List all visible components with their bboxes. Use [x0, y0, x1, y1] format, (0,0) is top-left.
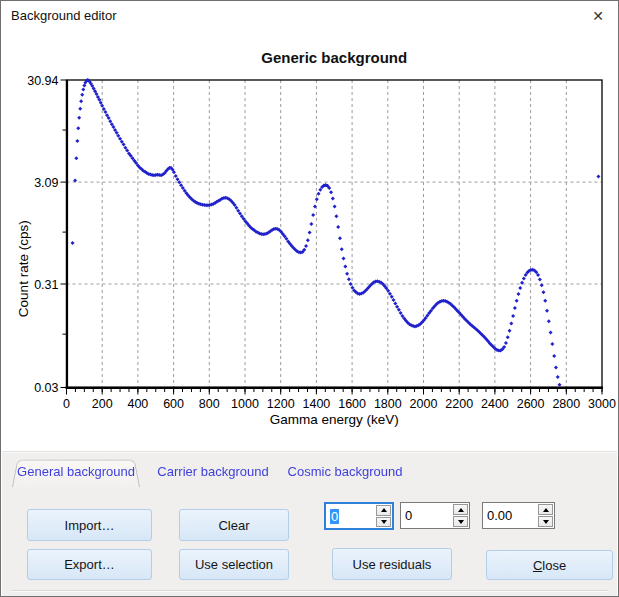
spinbox-2-down-arrow-icon[interactable] — [453, 516, 468, 527]
svg-text:1800: 1800 — [374, 397, 402, 411]
svg-text:2200: 2200 — [445, 397, 473, 411]
close-window-icon[interactable]: ✕ — [589, 7, 607, 25]
spinbox-2-arrows — [452, 503, 469, 528]
background-editor-window: Background editor ✕ 02004006008001000120… — [0, 0, 619, 597]
close-button-mnemonic: C — [533, 558, 542, 573]
svg-text:Gamma energy (keV): Gamma energy (keV) — [270, 412, 399, 427]
tab-general-background[interactable]: General background — [14, 464, 138, 482]
svg-text:1000: 1000 — [231, 397, 259, 411]
generic-background-spectrum-chart[interactable]: 0200400600800100012001400160018002000220… — [1, 31, 619, 451]
spinbox-3[interactable]: 0.00 — [482, 502, 555, 529]
spinbox-3-arrows — [537, 503, 554, 528]
clear-button[interactable]: Clear — [179, 509, 289, 541]
svg-text:2800: 2800 — [552, 397, 580, 411]
spinbox-1[interactable]: 0 — [324, 502, 394, 530]
svg-text:3000: 3000 — [588, 397, 616, 411]
svg-text:0.31: 0.31 — [34, 278, 58, 292]
svg-text:Generic background: Generic background — [261, 49, 407, 66]
tab-carrier-background[interactable]: Carrier background — [154, 464, 272, 482]
spinbox-2[interactable]: 0 — [400, 502, 470, 529]
svg-text:2600: 2600 — [517, 397, 545, 411]
svg-text:600: 600 — [163, 397, 184, 411]
use-residuals-button[interactable]: Use residuals — [332, 548, 452, 580]
svg-text:Count rate (cps): Count rate (cps) — [16, 220, 31, 317]
svg-text:2000: 2000 — [410, 397, 438, 411]
tab-panel: General background Carrier background Co… — [2, 451, 617, 597]
spinbox-1-down-arrow-icon[interactable] — [376, 517, 391, 528]
tab-page-bottom-edge — [11, 590, 608, 591]
title-bar: Background editor ✕ — [1, 1, 618, 31]
svg-text:200: 200 — [92, 397, 113, 411]
svg-text:3.09: 3.09 — [34, 176, 58, 190]
svg-text:0.03: 0.03 — [34, 381, 58, 395]
window-title: Background editor — [11, 8, 117, 23]
spinbox-1-arrows — [375, 504, 392, 528]
export-button[interactable]: Export… — [27, 549, 152, 580]
svg-text:1200: 1200 — [267, 397, 295, 411]
svg-text:1600: 1600 — [338, 397, 366, 411]
svg-text:800: 800 — [199, 397, 220, 411]
close-button[interactable]: Close — [486, 550, 613, 580]
svg-text:400: 400 — [127, 397, 148, 411]
spinbox-3-input[interactable]: 0.00 — [483, 503, 537, 528]
spinbox-2-up-arrow-icon[interactable] — [453, 504, 468, 515]
spinbox-1-input[interactable]: 0 — [326, 504, 375, 528]
import-button[interactable]: Import… — [27, 509, 152, 541]
chart-region: 0200400600800100012001400160018002000220… — [1, 31, 619, 451]
spinbox-3-down-arrow-icon[interactable] — [538, 516, 553, 527]
spinbox-3-up-arrow-icon[interactable] — [538, 504, 553, 515]
close-button-label-rest: lose — [542, 558, 566, 573]
spinbox-1-value: 0 — [330, 509, 339, 524]
svg-text:0: 0 — [63, 397, 70, 411]
tab-cosmic-background[interactable]: Cosmic background — [286, 464, 404, 482]
svg-text:30.94: 30.94 — [27, 74, 58, 88]
use-selection-button[interactable]: Use selection — [179, 549, 289, 580]
spinbox-1-up-arrow-icon[interactable] — [376, 505, 391, 516]
svg-text:1400: 1400 — [302, 397, 330, 411]
svg-text:2400: 2400 — [481, 397, 509, 411]
spinbox-2-input[interactable]: 0 — [401, 503, 452, 528]
